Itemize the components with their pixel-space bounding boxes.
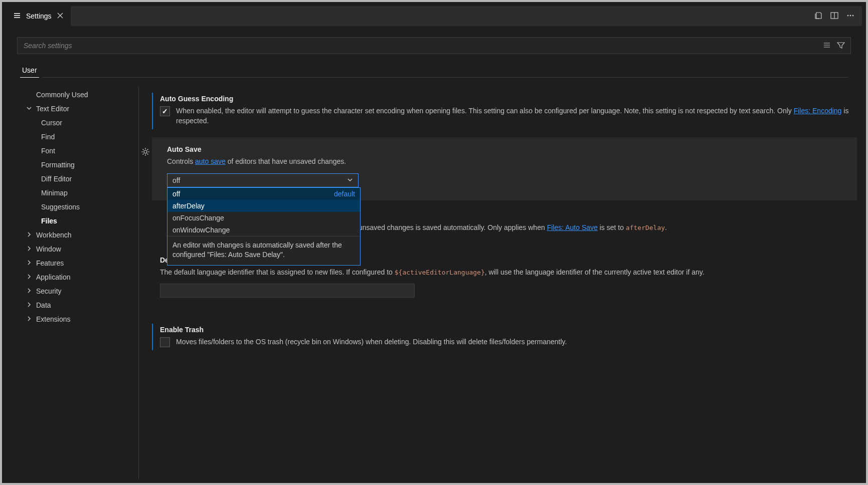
setting-auto-guess-encoding: Auto Guess Encoding When enabled, the ed… bbox=[152, 87, 857, 135]
toc-item-label: Diff Editor bbox=[41, 174, 72, 184]
toc-item-cursor[interactable]: Cursor bbox=[20, 116, 135, 130]
svg-point-3 bbox=[852, 15, 853, 16]
setting-enable-trash: Enable Trash Moves files/folders to the … bbox=[152, 318, 857, 356]
select-auto-save[interactable]: off bbox=[167, 173, 359, 187]
settings-toc: Commonly UsedText EditorCursorFindFontFo… bbox=[20, 87, 135, 479]
toc-item-extensions[interactable]: Extensions bbox=[20, 312, 135, 326]
dropdown-option-off[interactable]: offdefault bbox=[167, 188, 360, 200]
toc-item-label: Window bbox=[36, 244, 61, 254]
toc-item-label: Formatting bbox=[41, 160, 75, 170]
toc-item-diff-editor[interactable]: Diff Editor bbox=[20, 172, 135, 186]
toc-item-label: Files bbox=[41, 216, 57, 226]
toc-item-label: Workbench bbox=[36, 230, 72, 240]
toc-item-label: Application bbox=[36, 272, 71, 282]
close-icon[interactable] bbox=[57, 12, 64, 21]
scope-tabs: User bbox=[6, 58, 862, 78]
tab-title: Settings bbox=[26, 12, 52, 20]
toc-item-label: Data bbox=[36, 300, 51, 310]
open-settings-json-icon[interactable] bbox=[814, 11, 823, 22]
dropdown-option-label: off bbox=[172, 190, 180, 198]
toc-item-label: Find bbox=[41, 132, 55, 142]
scope-user-tab[interactable]: User bbox=[20, 63, 39, 78]
toc-item-formatting[interactable]: Formatting bbox=[20, 158, 135, 172]
more-actions-icon[interactable] bbox=[846, 11, 855, 22]
toc-item-label: Suggestions bbox=[41, 202, 80, 212]
toc-item-suggestions[interactable]: Suggestions bbox=[20, 200, 135, 214]
search-box[interactable] bbox=[17, 37, 851, 54]
chevron-right-icon bbox=[26, 314, 33, 324]
toc-item-commonly-used[interactable]: Commonly Used bbox=[20, 88, 135, 102]
dropdown-option-label: onFocusChange bbox=[172, 214, 224, 222]
setting-title: Auto Guess Encoding bbox=[160, 95, 851, 103]
link-files-encoding[interactable]: Files: Encoding bbox=[794, 107, 842, 115]
setting-description: Moves files/folders to the OS trash (rec… bbox=[176, 337, 567, 347]
toc-item-label: Cursor bbox=[41, 118, 62, 128]
split-editor-icon[interactable] bbox=[830, 11, 839, 22]
toc-item-minimap[interactable]: Minimap bbox=[20, 186, 135, 200]
dropdown-default-label: default bbox=[334, 190, 355, 198]
toc-item-find[interactable]: Find bbox=[20, 130, 135, 144]
toc-item-application[interactable]: Application bbox=[20, 270, 135, 284]
toc-item-data[interactable]: Data bbox=[20, 298, 135, 312]
search-input[interactable] bbox=[24, 42, 822, 50]
toc-item-workbench[interactable]: Workbench bbox=[20, 228, 135, 242]
toc-item-label: Extensions bbox=[36, 314, 70, 324]
dropdown-option-description: An editor with changes is automatically … bbox=[167, 236, 360, 265]
toc-item-label: Commonly Used bbox=[36, 90, 88, 100]
svg-point-1 bbox=[847, 15, 848, 16]
chevron-right-icon bbox=[26, 286, 33, 296]
dropdown-option-label: afterDelay bbox=[172, 202, 205, 210]
toc-item-files[interactable]: Files bbox=[20, 214, 135, 228]
dropdown-option-onwindowchange[interactable]: onWindowChange bbox=[167, 224, 360, 236]
chevron-down-icon bbox=[26, 104, 33, 114]
toc-item-features[interactable]: Features bbox=[20, 256, 135, 270]
setting-title: Auto Save bbox=[167, 145, 849, 153]
toc-item-label: Features bbox=[36, 258, 64, 268]
svg-point-4 bbox=[144, 150, 147, 153]
select-value: off bbox=[172, 176, 180, 184]
setting-description: The default language identifier that is … bbox=[160, 267, 851, 278]
toc-item-label: Minimap bbox=[41, 188, 68, 198]
link-files-auto-save[interactable]: Files: Auto Save bbox=[547, 223, 598, 231]
gear-icon[interactable] bbox=[141, 147, 150, 158]
filter-icon[interactable] bbox=[836, 41, 845, 51]
clear-search-icon[interactable] bbox=[822, 41, 831, 51]
toc-item-text-editor[interactable]: Text Editor bbox=[20, 102, 135, 116]
tab-bar: Settings bbox=[6, 6, 862, 26]
chevron-right-icon bbox=[26, 272, 33, 282]
chevron-right-icon bbox=[26, 300, 33, 310]
input-default-language[interactable] bbox=[160, 284, 415, 298]
toc-item-security[interactable]: Security bbox=[20, 284, 135, 298]
setting-description: Controls auto save of editors that have … bbox=[167, 156, 849, 166]
setting-title: Enable Trash bbox=[160, 326, 851, 334]
dropdown-auto-save: offdefaultafterDelayonFocusChangeonWindo… bbox=[167, 187, 361, 266]
chevron-right-icon bbox=[26, 244, 33, 254]
chevron-down-icon bbox=[347, 176, 353, 184]
toc-item-font[interactable]: Font bbox=[20, 144, 135, 158]
svg-point-2 bbox=[850, 15, 851, 16]
dropdown-option-afterdelay[interactable]: afterDelay bbox=[167, 200, 360, 212]
checkbox-auto-guess-encoding[interactable] bbox=[160, 106, 170, 116]
editor-actions bbox=[814, 11, 862, 22]
dropdown-option-onfocuschange[interactable]: onFocusChange bbox=[167, 212, 360, 224]
chevron-right-icon bbox=[26, 230, 33, 240]
tab-settings[interactable]: Settings bbox=[6, 6, 71, 26]
dropdown-option-label: onWindowChange bbox=[172, 226, 230, 234]
chevron-right-icon bbox=[26, 258, 33, 268]
toc-item-label: Font bbox=[41, 146, 55, 156]
toc-item-label: Security bbox=[36, 286, 62, 296]
setting-auto-save: Auto Save Controls auto save of editors … bbox=[152, 137, 857, 200]
checkbox-enable-trash[interactable] bbox=[160, 337, 170, 347]
toc-item-window[interactable]: Window bbox=[20, 242, 135, 256]
link-auto-save[interactable]: auto save bbox=[195, 157, 226, 165]
toc-item-label: Text Editor bbox=[36, 104, 69, 114]
settings-menu-icon bbox=[13, 12, 21, 21]
setting-description: When enabled, the editor will attempt to… bbox=[176, 106, 851, 126]
search-row bbox=[6, 26, 862, 58]
